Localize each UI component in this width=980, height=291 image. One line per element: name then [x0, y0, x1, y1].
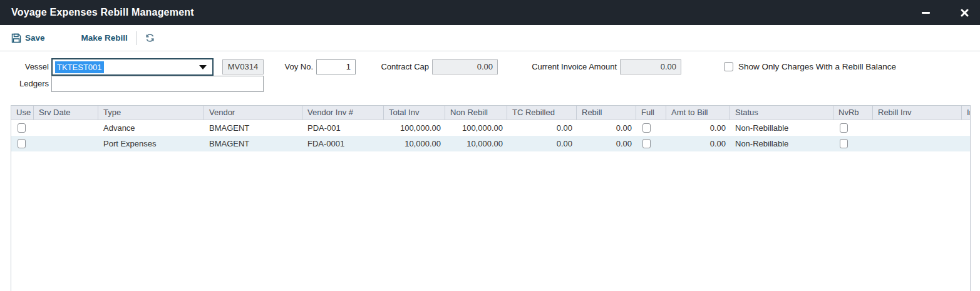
- column-header-tc-rebilled: TC Rebilled: [507, 106, 577, 120]
- ledgers-label: Ledgers: [0, 76, 49, 91]
- column-header-vendor: Vendor: [204, 106, 302, 120]
- cell-full: [636, 139, 666, 148]
- table-header-row: UseSrv DateTypeVendorVendor Inv #Total I…: [11, 106, 971, 120]
- cell-vendor-inv: PDA-001: [302, 120, 384, 136]
- cell-amt-to-bill: 0.00: [666, 136, 730, 151]
- dropdown-caret-icon[interactable]: [199, 65, 207, 69]
- full-checkbox[interactable]: [642, 139, 651, 148]
- close-icon: [961, 9, 969, 17]
- cell-non-rebill: 100,000.00: [445, 120, 507, 136]
- minimize-button[interactable]: [915, 0, 936, 25]
- column-header-use: Use: [11, 106, 34, 120]
- save-icon: [11, 33, 21, 43]
- window-title: Voyage Expenses Rebill Management: [0, 7, 194, 18]
- column-header-srv-date: Srv Date: [34, 106, 98, 120]
- vessel-label: Vessel: [0, 59, 49, 74]
- save-button-label: Save: [25, 33, 45, 43]
- cell-vendor: BMAGENT: [204, 136, 302, 151]
- cell-vendor: BMAGENT: [204, 120, 302, 136]
- column-header-amt-to-bill: Amt to Bill: [666, 106, 730, 120]
- toolbar: Save Make Rebill: [0, 25, 980, 51]
- nvrb-checkbox[interactable]: [840, 139, 848, 148]
- column-header-nvrb: NvRb: [833, 106, 873, 120]
- column-header-non-rebill: Non Rebill: [445, 106, 507, 120]
- close-button[interactable]: [954, 0, 975, 25]
- table-row[interactable]: Port ExpensesBMAGENTFDA-000110,000.0010,…: [11, 136, 971, 151]
- cell-vendor-inv: FDA-0001: [302, 136, 384, 151]
- cell-status: Non-Rebillable: [730, 136, 833, 151]
- show-only-rebill-balance-checkbox[interactable]: [724, 62, 733, 71]
- voy-no-label: Voy No.: [269, 59, 313, 74]
- column-header-rebill: Rebill: [577, 106, 636, 120]
- cell-total-inv: 100,000.00: [384, 120, 445, 136]
- cell-rebill: 0.00: [577, 120, 636, 136]
- current-invoice-amount-field: 0.00: [620, 59, 681, 74]
- cell-use: [11, 123, 34, 133]
- make-rebill-label: Make Rebill: [81, 33, 128, 43]
- voyage-expenses-rebill-window: Voyage Expenses Rebill Management Save M…: [0, 0, 980, 291]
- column-header-status: Status: [730, 106, 833, 120]
- full-checkbox[interactable]: [642, 123, 651, 133]
- column-header-vendor-inv: Vendor Inv #: [302, 106, 384, 120]
- cell-amt-to-bill: 0.00: [666, 120, 730, 136]
- cell-type: Advance: [98, 120, 204, 136]
- cell-tc-rebilled: 0.00: [507, 120, 577, 136]
- vessel-selected-value: TKTEST001: [55, 61, 104, 73]
- column-header-inv: Inv: [962, 106, 971, 120]
- voy-no-input[interactable]: 1: [316, 59, 356, 74]
- contract-cap-label: Contract Cap: [351, 59, 429, 74]
- cell-full: [636, 123, 666, 133]
- table-row[interactable]: AdvanceBMAGENTPDA-001100,000.00100,000.0…: [11, 120, 971, 136]
- nvrb-checkbox[interactable]: [840, 123, 848, 133]
- cell-nvrb: [833, 123, 873, 133]
- column-header-total-inv: Total Inv: [384, 106, 445, 120]
- column-header-full: Full: [636, 106, 666, 120]
- column-header-rebill-inv: Rebill Inv: [873, 106, 962, 120]
- cell-nvrb: [833, 139, 873, 148]
- cell-rebill: 0.00: [577, 136, 636, 151]
- contract-cap-field: 0.00: [432, 59, 498, 74]
- cell-total-inv: 10,000.00: [384, 136, 445, 151]
- ledgers-input[interactable]: [51, 76, 264, 92]
- toolbar-divider: [137, 31, 137, 45]
- charges-table: UseSrv DateTypeVendorVendor Inv #Total I…: [11, 105, 971, 291]
- cell-type: Port Expenses: [98, 136, 204, 151]
- use-checkbox[interactable]: [18, 139, 26, 148]
- cell-tc-rebilled: 0.00: [507, 136, 577, 151]
- make-rebill-button[interactable]: Make Rebill: [81, 33, 128, 43]
- use-checkbox[interactable]: [18, 123, 26, 133]
- current-invoice-amount-label: Current Invoice Amount: [501, 59, 617, 74]
- cell-use: [11, 139, 34, 148]
- cell-status: Non-Rebillable: [730, 120, 833, 136]
- vessel-code-field: MV0314: [222, 59, 264, 74]
- save-button[interactable]: Save: [11, 33, 45, 43]
- column-header-type: Type: [98, 106, 204, 120]
- cell-non-rebill: 10,000.00: [445, 136, 507, 151]
- vessel-dropdown[interactable]: TKTEST001: [51, 58, 214, 76]
- titlebar: Voyage Expenses Rebill Management: [0, 0, 980, 25]
- show-only-rebill-balance-label: Show Only Charges With a Rebill Balance: [738, 62, 896, 72]
- refresh-icon: [145, 33, 155, 43]
- table-body: AdvanceBMAGENTPDA-001100,000.00100,000.0…: [11, 120, 970, 151]
- minimize-icon: [922, 12, 930, 14]
- refresh-button[interactable]: [145, 33, 155, 43]
